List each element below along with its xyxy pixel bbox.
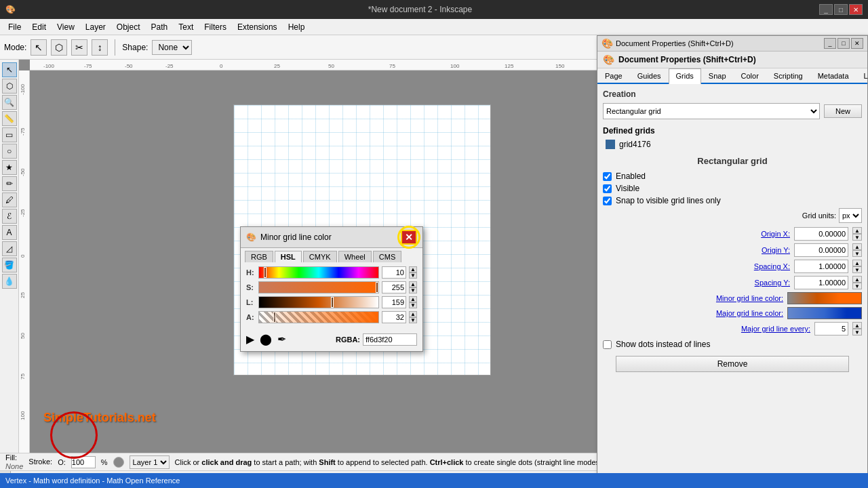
dp-tab-page[interactable]: Page (597, 68, 630, 83)
star-tool[interactable]: ★ (2, 160, 17, 175)
spacing-y-down[interactable]: ▼ (852, 283, 862, 289)
node-edit-tool[interactable]: ⬡ (2, 79, 17, 94)
text-tool[interactable]: A (2, 225, 17, 240)
major-color-swatch[interactable] (787, 307, 862, 319)
path-tool2[interactable]: ↕ (92, 39, 108, 56)
spacing-x-label[interactable]: Spacing X: (754, 262, 790, 270)
menu-extensions[interactable]: Extensions (232, 21, 283, 33)
origin-y-input[interactable] (794, 243, 848, 257)
tab-cmyk[interactable]: CMYK (303, 251, 337, 262)
spacing-y-label[interactable]: Spacing Y: (755, 279, 790, 287)
zoom-tool[interactable]: 🔍 (2, 95, 17, 110)
origin-y-up[interactable]: ▲ (852, 243, 862, 250)
color-dialog-close-button[interactable]: ✕ (401, 230, 417, 245)
maximize-button[interactable]: □ (834, 4, 848, 15)
major-every-input[interactable] (814, 322, 848, 336)
spacing-y-input[interactable] (794, 276, 848, 289)
major-color-label[interactable]: Major grid line color: (716, 309, 783, 317)
grid-units-select[interactable]: px (839, 208, 862, 223)
a-down[interactable]: ▼ (409, 317, 417, 323)
dp-tab-license[interactable]: License (856, 68, 868, 83)
h-up[interactable]: ▲ (409, 266, 417, 272)
ellipse-tool[interactable]: ○ (2, 144, 17, 159)
grid-type-select[interactable]: Rectangular grid (603, 103, 820, 119)
dp-close[interactable]: ✕ (851, 38, 863, 49)
menu-path[interactable]: Path (146, 21, 174, 33)
menu-text[interactable]: Text (173, 21, 199, 33)
color-wheel-icon[interactable]: ⬤ (260, 333, 272, 346)
layer-select[interactable]: Layer 1 (130, 455, 170, 469)
show-dots-checkbox[interactable] (603, 340, 612, 349)
spacing-y-up[interactable]: ▲ (852, 276, 862, 283)
measure-tool[interactable]: 📏 (2, 111, 17, 126)
tab-wheel[interactable]: Wheel (338, 251, 372, 262)
l-down[interactable]: ▼ (409, 302, 417, 308)
s-value[interactable] (382, 281, 406, 293)
color-picker-icon[interactable]: ▶ (246, 333, 254, 346)
dp-tab-metadata[interactable]: Metadata (810, 68, 856, 83)
callig-tool[interactable]: ℰ (2, 209, 17, 224)
spacing-x-up[interactable]: ▲ (852, 260, 862, 266)
major-every-down[interactable]: ▼ (852, 329, 862, 336)
l-slider[interactable] (258, 296, 379, 308)
origin-x-down[interactable]: ▼ (852, 234, 862, 241)
rect-tool[interactable]: ▭ (2, 127, 17, 142)
dp-restore[interactable]: □ (837, 38, 850, 49)
l-up[interactable]: ▲ (409, 296, 417, 302)
origin-y-label[interactable]: Origin Y: (762, 246, 790, 254)
select-tool[interactable]: ↖ (31, 39, 47, 56)
menu-object[interactable]: Object (111, 21, 146, 33)
menu-edit[interactable]: Edit (26, 21, 52, 33)
a-up[interactable]: ▲ (409, 311, 417, 317)
s-down[interactable]: ▼ (409, 287, 417, 293)
remove-button[interactable]: Remove (616, 356, 849, 372)
enabled-checkbox[interactable] (603, 172, 612, 181)
shape-select[interactable]: None (152, 40, 192, 55)
dp-tab-snap[interactable]: Snap (701, 68, 734, 83)
major-every-label[interactable]: Major grid line every: (741, 325, 810, 333)
menu-file[interactable]: File (3, 21, 26, 33)
dropper-tool[interactable]: 💧 (2, 274, 17, 289)
close-button[interactable]: ✕ (849, 4, 863, 15)
visible-checkbox[interactable] (603, 184, 612, 193)
h-slider[interactable] (258, 266, 379, 279)
gradient-tool[interactable]: ◿ (2, 241, 17, 256)
origin-x-label[interactable]: Origin X: (761, 230, 790, 238)
menu-help[interactable]: Help (283, 21, 311, 33)
l-value[interactable] (382, 296, 406, 308)
h-value[interactable]: 10 (382, 266, 406, 279)
a-value[interactable] (382, 311, 406, 323)
spacing-x-down[interactable]: ▼ (852, 266, 862, 273)
a-slider[interactable] (258, 311, 379, 323)
s-slider[interactable] (258, 281, 379, 293)
node-tool[interactable]: ⬡ (51, 39, 67, 56)
tab-rgb[interactable]: RGB (245, 251, 273, 262)
tab-hsl[interactable]: HSL (275, 251, 302, 262)
fill-tool[interactable]: 🪣 (2, 258, 17, 272)
origin-x-up[interactable]: ▲ (852, 227, 862, 234)
rgba-value[interactable] (363, 333, 417, 346)
dp-tab-scripting[interactable]: Scripting (766, 68, 810, 83)
dp-tab-grids[interactable]: Grids (669, 68, 701, 84)
path-tool1[interactable]: ✂ (71, 39, 87, 56)
minor-color-label[interactable]: Minor grid line color: (716, 294, 783, 302)
arrow-tool[interactable]: ↖ (2, 62, 17, 77)
spacing-x-input[interactable] (794, 260, 848, 273)
tab-cms[interactable]: CMS (373, 251, 401, 262)
h-down[interactable]: ▼ (409, 272, 417, 279)
origin-y-down[interactable]: ▼ (852, 250, 862, 257)
menu-view[interactable]: View (52, 21, 80, 33)
minor-color-swatch[interactable] (787, 292, 862, 304)
pencil-tool[interactable]: ✏ (2, 176, 17, 191)
origin-x-input[interactable] (794, 227, 848, 241)
pen-tool[interactable]: 🖊 (2, 192, 17, 207)
major-every-up[interactable]: ▲ (852, 322, 862, 329)
snap-checkbox[interactable] (603, 197, 612, 205)
menu-layer[interactable]: Layer (80, 21, 111, 33)
s-up[interactable]: ▲ (409, 281, 417, 287)
dp-tab-color[interactable]: Color (734, 68, 766, 83)
minimize-button[interactable]: _ (819, 4, 833, 15)
eyedropper-icon[interactable]: ✒ (277, 333, 286, 346)
new-grid-button[interactable]: New (824, 104, 862, 118)
dp-tab-guides[interactable]: Guides (630, 68, 669, 83)
